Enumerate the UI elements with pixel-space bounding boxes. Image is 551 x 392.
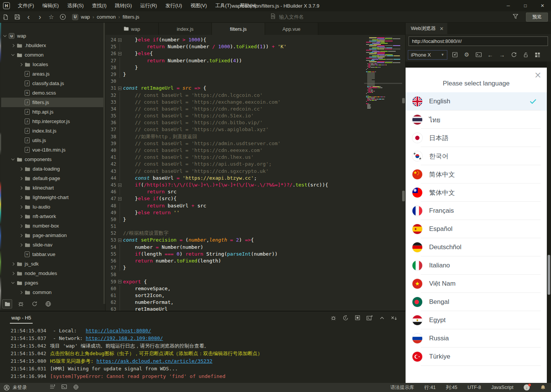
fold-toggle-icon[interactable]: [116, 85, 123, 92]
browser-refresh-icon[interactable]: [510, 51, 518, 59]
menu-item[interactable]: 选择(S): [63, 0, 88, 11]
editor-tab[interactable]: App.vue: [265, 23, 318, 35]
line-number[interactable]: 38: [106, 133, 116, 140]
favorite-star-icon[interactable]: ☆: [46, 12, 57, 22]
console-tab[interactable]: wap - H5: [10, 315, 33, 324]
line-number[interactable]: 59: [106, 278, 116, 285]
network-globe-icon[interactable]: [73, 384, 79, 391]
tree-item-number-box[interactable]: number-box: [0, 221, 105, 231]
language-option[interactable]: Russia: [406, 329, 547, 348]
search-input[interactable]: [279, 14, 393, 20]
line-number[interactable]: 49: [106, 209, 116, 216]
tree-item-lu-audio[interactable]: lu-audio: [0, 202, 105, 212]
line-number[interactable]: 44: [106, 175, 116, 182]
breadcrumb-item[interactable]: filters.js: [123, 14, 139, 20]
language-option[interactable]: Türkiye: [406, 348, 547, 366]
chevron-collapsed-icon[interactable]: [19, 167, 22, 170]
minimap[interactable]: [366, 37, 401, 109]
chevron-collapsed-icon[interactable]: [19, 205, 22, 208]
tree-item-vue-i18n-min-js[interactable]: Jvue-i18n.min.js: [0, 145, 105, 155]
line-number[interactable]: 41: [106, 154, 116, 161]
tree-item-page-animation[interactable]: page-animation: [0, 231, 105, 240]
tree-item-nft-artwork[interactable]: nft-artwork: [0, 212, 105, 221]
editor-scrollbar-thumb[interactable]: [402, 191, 405, 201]
menu-item[interactable]: 视图(V): [186, 0, 211, 11]
tree-item-index-list-js[interactable]: Jindex.list.js: [0, 126, 105, 136]
fold-toggle-icon[interactable]: [116, 278, 123, 285]
line-number[interactable]: 50: [106, 216, 116, 223]
tree-item-http-api-js[interactable]: Jhttp.api.js: [0, 107, 105, 117]
tree-item-demo-scss[interactable]: Sdemo.scss: [0, 88, 105, 98]
line-number[interactable]: 35: [106, 112, 116, 119]
chevron-collapsed-icon[interactable]: [19, 224, 22, 227]
chevron-collapsed-icon[interactable]: [19, 196, 22, 199]
tree-item-locales[interactable]: locales: [0, 60, 105, 69]
update-download-icon[interactable]: ↓: [524, 384, 530, 391]
line-number[interactable]: 24: [106, 36, 116, 43]
line-number[interactable]: 28: [106, 64, 116, 71]
line-number[interactable]: 40: [106, 147, 116, 154]
tree-item-http-interceptor-js[interactable]: Jhttp.interceptor.js: [0, 117, 105, 126]
tree-item-pages[interactable]: pages: [0, 278, 105, 288]
qrcode-icon[interactable]: [533, 51, 542, 59]
menu-item[interactable]: 查找(I): [88, 0, 111, 11]
fold-toggle-icon[interactable]: [116, 50, 123, 57]
line-number[interactable]: 53: [106, 237, 116, 243]
fold-toggle-icon[interactable]: [116, 195, 123, 202]
editor-tab[interactable]: wap: [106, 23, 159, 35]
sync-view-icon[interactable]: [30, 299, 39, 308]
open-external-icon[interactable]: [451, 51, 459, 59]
line-number[interactable]: 61: [106, 292, 116, 299]
clear-console-icon[interactable]: [391, 315, 397, 321]
login-status[interactable]: 未登录: [13, 384, 27, 391]
tree-item-slide-nav[interactable]: slide-nav: [0, 240, 105, 250]
line-number[interactable]: 45: [106, 182, 116, 188]
chevron-expanded-icon[interactable]: [11, 157, 14, 160]
tree-item-areas-js[interactable]: Jareas.js: [0, 69, 105, 79]
save-icon[interactable]: [11, 12, 23, 22]
line-number[interactable]: 60: [106, 285, 116, 292]
line-number[interactable]: 27: [106, 57, 116, 64]
line-number[interactable]: 42: [106, 161, 116, 168]
line-number[interactable]: 47: [106, 195, 116, 202]
chevron-collapsed-icon[interactable]: [19, 177, 22, 180]
language-option[interactable]: 繁体中文: [406, 183, 547, 202]
language-option[interactable]: Deutschñol: [406, 238, 547, 256]
debug-bug-icon[interactable]: [330, 315, 336, 321]
line-number[interactable]: 43: [106, 168, 116, 175]
chevron-expanded-icon[interactable]: [11, 53, 14, 56]
menu-item[interactable]: 运行(R): [136, 0, 161, 11]
new-terminal-icon[interactable]: [366, 315, 373, 321]
browser-tab-close-icon[interactable]: ✕: [440, 26, 444, 32]
line-number[interactable]: 31: [106, 85, 116, 92]
language-option[interactable]: 简体中文: [406, 165, 547, 183]
maximize-button[interactable]: □: [517, 0, 534, 11]
nav-back-icon[interactable]: ‹: [23, 12, 34, 22]
line-number[interactable]: 34: [106, 106, 116, 112]
status-item[interactable]: 行:41: [424, 384, 436, 391]
line-number[interactable]: 30: [106, 78, 116, 85]
tree-item-lightweight-chart[interactable]: lightweight-chart: [0, 193, 105, 202]
run-icon[interactable]: [57, 12, 68, 22]
log-link[interactable]: http://192.168.2.109:8080/: [86, 335, 163, 342]
line-number[interactable]: 56: [106, 258, 116, 264]
chevron-expanded-icon[interactable]: [3, 34, 6, 37]
chevron-collapsed-icon[interactable]: [19, 63, 22, 66]
line-number[interactable]: 63: [106, 306, 116, 311]
browser-back-icon[interactable]: ←: [486, 51, 494, 59]
line-number[interactable]: 57: [106, 264, 116, 271]
files-view-icon[interactable]: [2, 299, 12, 308]
editor-tab[interactable]: filters.js: [212, 23, 265, 35]
settings-gear-icon[interactable]: ⚙: [463, 51, 471, 59]
log-link[interactable]: https://ask.dcloud.net.cn/article/35232: [96, 357, 212, 365]
tree-item-filters-js[interactable]: Jfilters.js: [0, 98, 105, 107]
code-area[interactable]: 24 }else if(number > 1000){25 return Num…: [106, 35, 405, 311]
close-button[interactable]: ✕: [534, 0, 551, 11]
fold-toggle-icon[interactable]: [116, 237, 123, 243]
breadcrumb-item[interactable]: common: [97, 14, 116, 20]
language-option[interactable]: English: [406, 92, 547, 111]
web-view-icon[interactable]: [43, 299, 53, 308]
url-input[interactable]: [409, 36, 548, 46]
tree-item-classify-data-js[interactable]: Jclassify.data.js: [0, 79, 105, 88]
breadcrumb-item[interactable]: wap: [81, 14, 90, 20]
